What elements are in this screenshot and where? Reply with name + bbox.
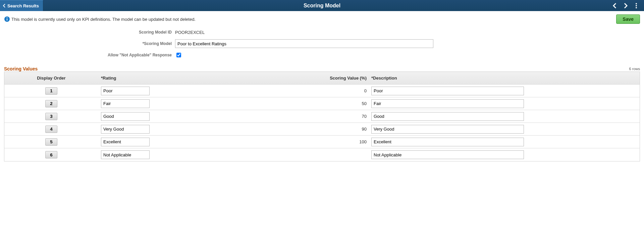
- scoring-value-cell: 90: [243, 127, 370, 132]
- display-order-button[interactable]: 5: [45, 138, 57, 146]
- svg-rect-4: [7, 19, 7, 21]
- chevron-left-icon: [3, 4, 6, 8]
- allow-na-checkbox[interactable]: [176, 53, 181, 57]
- description-input[interactable]: [371, 87, 524, 95]
- top-row: This model is currently used only on KPI…: [4, 14, 640, 24]
- scoring-value-cell: 0: [243, 88, 370, 93]
- rating-input[interactable]: [101, 87, 150, 95]
- svg-point-5: [7, 17, 8, 18]
- form-row-model-name: Scoring Model: [4, 39, 640, 49]
- table-row: 5100: [4, 136, 640, 148]
- save-button[interactable]: Save: [616, 14, 640, 24]
- value-model-id: POOR2EXCEL: [175, 29, 205, 36]
- header-description: Description: [371, 76, 397, 81]
- chevron-left-icon: [612, 3, 617, 9]
- rating-input[interactable]: [101, 125, 150, 134]
- description-input[interactable]: [371, 125, 524, 134]
- description-input[interactable]: [371, 138, 524, 146]
- info-message-text: This model is currently used only on KPI…: [11, 17, 196, 22]
- form-row-allow-na: Allow "Not Applicable" Response: [4, 50, 640, 60]
- form-area: Scoring Model ID POOR2EXCEL Scoring Mode…: [4, 27, 640, 60]
- display-order-button[interactable]: 1: [45, 87, 57, 95]
- rating-input[interactable]: [101, 150, 150, 159]
- header-actions: [610, 0, 644, 11]
- display-order-button[interactable]: 2: [45, 100, 57, 107]
- back-search-results-button[interactable]: Search Results: [0, 0, 43, 11]
- rating-input[interactable]: [101, 99, 150, 108]
- display-order-button[interactable]: 6: [45, 151, 57, 158]
- info-message: This model is currently used only on KPI…: [4, 16, 196, 22]
- prev-button[interactable]: [610, 1, 619, 10]
- form-row-model-id: Scoring Model ID POOR2EXCEL: [4, 27, 640, 37]
- app-header: Search Results Scoring Model: [0, 0, 644, 11]
- description-input[interactable]: [371, 150, 524, 159]
- info-icon: [4, 16, 10, 22]
- grid-header-row: Display Order Rating Scoring Value (%) D…: [4, 72, 640, 85]
- label-model-name: Scoring Model: [4, 41, 175, 46]
- table-row: 490: [4, 123, 640, 136]
- rating-input[interactable]: [101, 138, 150, 146]
- header-display-order: Display Order: [4, 76, 98, 81]
- rating-input[interactable]: [101, 112, 150, 121]
- scoring-value-cell: 100: [243, 139, 370, 144]
- label-allow-na: Allow "Not Applicable" Response: [4, 53, 175, 57]
- display-order-button[interactable]: 3: [45, 113, 57, 120]
- next-button[interactable]: [621, 1, 630, 10]
- display-order-button[interactable]: 4: [45, 126, 57, 133]
- table-row: 370: [4, 110, 640, 123]
- kebab-menu-icon: [635, 3, 637, 9]
- back-label: Search Results: [7, 3, 39, 8]
- description-input[interactable]: [371, 112, 524, 121]
- scoring-model-input[interactable]: [175, 39, 433, 48]
- chevron-right-icon: [623, 3, 628, 9]
- table-row: 6: [4, 148, 640, 161]
- scoring-value-cell: 50: [243, 101, 370, 106]
- page-title: Scoring Model: [0, 0, 644, 11]
- content-area: This model is currently used only on KPI…: [0, 11, 644, 165]
- svg-point-1: [636, 5, 637, 6]
- table-row: 10: [4, 85, 640, 97]
- svg-point-2: [636, 7, 637, 8]
- description-input[interactable]: [371, 99, 524, 108]
- label-model-id: Scoring Model ID: [4, 30, 175, 35]
- grid-row-count: 6 rows: [4, 67, 640, 71]
- more-actions-button[interactable]: [632, 1, 641, 10]
- header-scoring-value: Scoring Value (%): [243, 76, 370, 81]
- header-rating: Rating: [101, 76, 116, 81]
- scoring-value-cell: 70: [243, 114, 370, 119]
- scoring-values-grid: Display Order Rating Scoring Value (%) D…: [4, 71, 640, 161]
- svg-point-0: [636, 3, 637, 4]
- table-row: 250: [4, 97, 640, 110]
